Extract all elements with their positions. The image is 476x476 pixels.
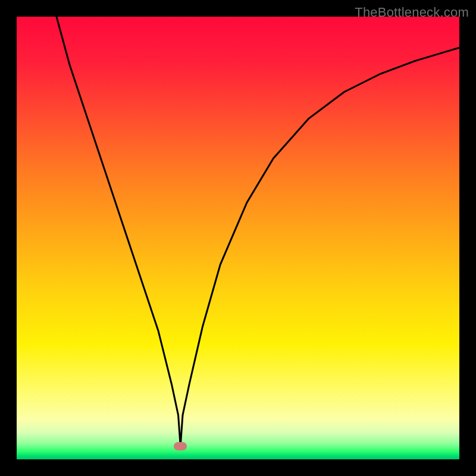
bottleneck-curve (17, 17, 459, 459)
curve-path (57, 17, 459, 446)
chart-plot-area (17, 17, 459, 459)
optimal-point-marker (174, 442, 187, 450)
